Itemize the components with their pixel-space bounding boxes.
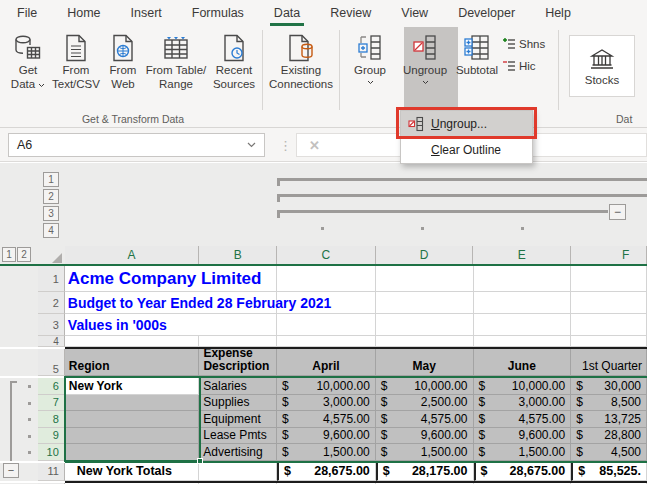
cell-C5[interactable]: April [277, 349, 376, 376]
cell-C4[interactable] [277, 336, 376, 347]
column-header-d[interactable]: D [376, 246, 474, 264]
cell-C3[interactable] [277, 314, 376, 336]
cell-C7[interactable]: $3,000.00 [277, 395, 376, 412]
cell-E11[interactable]: $28,675.00 [474, 463, 572, 481]
col-outline-level-2[interactable]: 2 [43, 189, 59, 204]
cell-E9[interactable]: $9,600.00 [474, 428, 572, 445]
cell-D1[interactable] [376, 266, 474, 292]
from-text-csv-button[interactable]: From Text/CSV [50, 28, 102, 92]
cell-C11[interactable]: $28,675.00 [277, 463, 376, 481]
column-header-a[interactable]: A [65, 246, 200, 264]
cell-E3[interactable] [474, 314, 572, 336]
row-header-10[interactable]: 10 [38, 444, 65, 461]
cell-F1[interactable] [571, 266, 647, 292]
name-box[interactable]: A6 [8, 133, 265, 157]
cell-F11[interactable]: $85,525. [571, 463, 647, 481]
column-header-f[interactable]: F [571, 246, 647, 264]
col-outline-level-4[interactable]: 4 [43, 223, 59, 238]
cell-A1[interactable]: Acme Company Limited [65, 266, 200, 292]
cell-F8[interactable]: $13,725 [571, 411, 647, 428]
cell-D7[interactable]: $2,500.00 [376, 395, 474, 412]
row-header-5[interactable]: 5 [38, 349, 65, 376]
cell-C8[interactable]: $4,575.00 [277, 411, 376, 428]
col-outline-level-3[interactable]: 3 [43, 206, 59, 221]
cell-E2[interactable] [474, 292, 572, 314]
cell-F6[interactable]: $30,000 [571, 378, 647, 395]
row-header-3[interactable]: 3 [38, 314, 65, 336]
row-header-6[interactable]: 6 [38, 378, 65, 395]
row-header-7[interactable]: 7 [38, 395, 65, 412]
tab-home[interactable]: Home [52, 0, 115, 26]
name-box-dropdown-icon[interactable] [247, 142, 256, 148]
cell-D2[interactable] [376, 292, 474, 314]
column-header-e[interactable]: E [473, 246, 571, 264]
cell-E7[interactable]: $3,000.00 [474, 395, 572, 412]
cell-B6[interactable]: Salaries [199, 378, 277, 395]
column-group-bar-2[interactable] [277, 194, 647, 197]
row-header-4[interactable]: 4 [38, 336, 65, 347]
cell-F4[interactable] [571, 336, 647, 347]
row-header-8[interactable]: 8 [38, 411, 65, 428]
cell-F7[interactable]: $8,500 [571, 395, 647, 412]
cell-B8[interactable]: Equipment [199, 411, 277, 428]
cell-D10[interactable]: $1,500.00 [376, 444, 474, 461]
from-table-range-button[interactable]: From Table/ Range [144, 28, 208, 92]
cell-F3[interactable] [571, 314, 647, 336]
cell-A9[interactable] [65, 428, 200, 445]
cell-B7[interactable]: Supplies [199, 395, 277, 412]
tab-data[interactable]: Data [259, 0, 315, 26]
cell-D5[interactable]: May [376, 349, 474, 376]
cell-C9[interactable]: $9,600.00 [277, 428, 376, 445]
get-data-button[interactable]: Get Data [6, 28, 50, 92]
cell-E8[interactable]: $4,575.00 [474, 411, 572, 428]
stocks-button[interactable]: Stocks [569, 35, 635, 97]
cell-C1[interactable] [277, 266, 376, 292]
cell-F2[interactable] [571, 292, 647, 314]
tab-insert[interactable]: Insert [116, 0, 177, 26]
cell-E6[interactable]: $10,000.00 [474, 378, 572, 395]
cell-B5[interactable]: Expense Description [199, 349, 277, 376]
row-header-2[interactable]: 2 [38, 292, 65, 314]
tab-help[interactable]: Help [530, 0, 586, 26]
cell-E4[interactable] [474, 336, 572, 347]
group-button[interactable]: Group [342, 28, 398, 85]
cell-A8[interactable] [65, 411, 200, 428]
menu-item-clear-outline[interactable]: Clear Outline [401, 137, 532, 163]
collapse-rows-button[interactable]: − [3, 463, 19, 478]
cell-B3[interactable] [199, 314, 277, 336]
recent-sources-button[interactable]: Recent Sources [208, 28, 260, 92]
cell-A11[interactable]: New York Totals [65, 463, 200, 481]
cell-A6[interactable]: New York [65, 378, 200, 395]
cell-A3[interactable]: Values in '000s [65, 314, 200, 336]
cell-B11[interactable] [199, 463, 277, 481]
cell-A4[interactable] [65, 336, 200, 347]
menu-item-ungroup[interactable]: Ungroup... [401, 111, 532, 137]
cell-D6[interactable]: $10,000.00 [376, 378, 474, 395]
cell-E10[interactable]: $1,500.00 [474, 444, 572, 461]
cell-D3[interactable] [376, 314, 474, 336]
column-header-c[interactable]: C [277, 246, 376, 264]
cell-B4[interactable] [199, 336, 277, 347]
existing-connections-button[interactable]: Existing Connections [265, 28, 337, 92]
tab-file[interactable]: File [2, 0, 52, 26]
cell-F10[interactable]: $4,500 [571, 444, 647, 461]
show-detail-button[interactable]: Shns [502, 38, 556, 50]
from-web-button[interactable]: From Web [102, 28, 144, 92]
tab-view[interactable]: View [386, 0, 443, 26]
cell-C10[interactable]: $1,500.00 [277, 444, 376, 461]
cell-D4[interactable] [376, 336, 474, 347]
collapse-columns-button[interactable]: − [609, 204, 626, 220]
cell-F5[interactable]: 1st Quarter [571, 349, 647, 376]
cell-E5[interactable]: June [474, 349, 572, 376]
cell-E1[interactable] [474, 266, 572, 292]
subtotal-button[interactable]: Subtotal [452, 28, 502, 78]
cell-D9[interactable]: $9,600.00 [376, 428, 474, 445]
column-group-bar-3[interactable] [277, 210, 608, 213]
tab-formulas[interactable]: Formulas [177, 0, 259, 26]
cell-C6[interactable]: $10,000.00 [277, 378, 376, 395]
row-header-9[interactable]: 9 [38, 428, 65, 445]
cell-B9[interactable]: Lease Pmts [199, 428, 277, 445]
row-header-1[interactable]: 1 [38, 266, 65, 292]
hide-detail-button[interactable]: Hic [502, 60, 556, 72]
cell-D11[interactable]: $28,175.00 [376, 463, 474, 481]
